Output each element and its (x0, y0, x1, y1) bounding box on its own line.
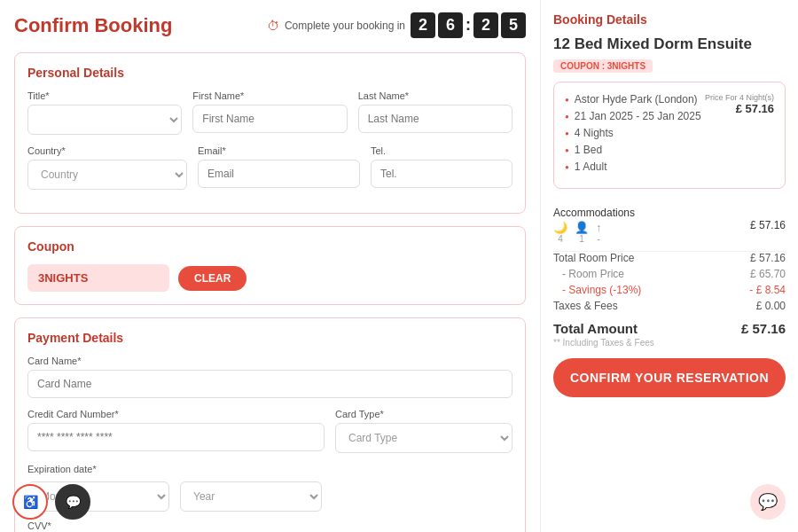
tel-input[interactable] (371, 160, 512, 188)
total-note: ** Including Taxes & Fees (553, 338, 786, 348)
dot-icon: ● (565, 163, 569, 171)
title-select[interactable]: Mr Ms Mrs (27, 105, 182, 135)
coupon-title: Coupon (27, 239, 512, 254)
last-name-label: Last Name* (358, 90, 512, 101)
price-badge: Price For 4 Night(s) £ 57.16 (705, 93, 774, 115)
title-label: Title* (27, 90, 182, 101)
price-val: £ 57.16 (705, 102, 774, 115)
first-name-label: First Name* (192, 90, 347, 101)
page-title: Confirm Booking (14, 14, 172, 37)
bottom-buttons: ♿ 💬 (12, 484, 90, 520)
card-type-group: Card Type* Card Type Visa MasterCard Ame… (335, 409, 512, 453)
payment-section: Payment Details Card Name* Credit Card N… (14, 317, 526, 532)
price-label: Price For 4 Night(s) (705, 93, 774, 102)
card-number-input[interactable] (27, 423, 325, 451)
expiry-label-group: Expiration date* (27, 464, 116, 478)
card-name-label: Card Name* (27, 356, 512, 366)
accessibility-button[interactable]: ♿ (12, 484, 48, 520)
personal-details-section: Personal Details Title* Mr Ms Mrs First … (14, 52, 526, 214)
cvv-section: CVV* (27, 520, 512, 532)
accommodations-row: Accommodations 🌙 4 👤 1 ↑ - £ (553, 200, 786, 252)
payment-title: Payment Details (27, 331, 512, 345)
year-select[interactable]: Year 202520262027 202820292030 (180, 481, 322, 512)
last-name-group: Last Name* (358, 90, 512, 135)
total-amount-label: Total Amount (553, 321, 638, 336)
card-name-input[interactable] (27, 370, 512, 398)
email-label: Email* (198, 145, 360, 156)
personal-details-title: Personal Details (27, 66, 512, 80)
timer-d3: 2 (473, 12, 498, 38)
country-select[interactable]: Country United Kingdom United States (27, 160, 187, 190)
message-icon: 💬 (758, 492, 778, 512)
total-amount-row: Total Amount £ 57.16 (553, 321, 786, 336)
support-chat-button[interactable]: 💬 (750, 484, 786, 520)
clear-coupon-button[interactable]: CLEAR (178, 266, 246, 291)
accomm-icons: 🌙 4 👤 1 ↑ - (553, 221, 635, 244)
savings-row: - Savings (-13%) - £ 8.54 (553, 284, 786, 296)
dot-icon: ● (565, 113, 569, 121)
taxes-row: Taxes & Fees £ 0.00 (553, 300, 786, 312)
timer-digits: 2 6 : 2 5 (411, 12, 526, 38)
confirm-reservation-button[interactable]: CONFIRM YOUR RESERVATION (553, 358, 786, 397)
timer-d2: 6 (438, 12, 463, 38)
country-label: Country* (27, 145, 187, 156)
timer-label: Complete your booking in (285, 20, 405, 32)
detail-adults: ● 1 Adult (565, 160, 774, 173)
expiry-label: Expiration date* (27, 464, 116, 474)
detail-card: Price For 4 Night(s) £ 57.16 ● Astor Hyd… (553, 82, 786, 189)
title-group: Title* Mr Ms Mrs (27, 90, 182, 135)
dot-icon: ● (565, 96, 569, 104)
detail-beds: ● 1 Bed (565, 144, 774, 156)
accessibility-icon: ♿ (23, 495, 38, 509)
cvv-label: CVV* (27, 520, 512, 531)
booking-details-title: Booking Details (553, 12, 786, 27)
accommodations-price: £ 57.16 (750, 219, 786, 231)
coupon-section: Coupon CLEAR (14, 226, 526, 305)
card-number-group: Credit Card Number* (27, 409, 325, 453)
chat-circle-button[interactable]: 💬 (55, 484, 90, 520)
card-name-group: Card Name* (27, 356, 512, 398)
clock-icon: ⏱ (267, 19, 279, 33)
last-name-input[interactable] (358, 105, 512, 133)
year-group: Year 202520262027 202820292030 (180, 481, 322, 512)
total-amount-value: £ 57.16 (741, 321, 786, 336)
timer-sep: : (466, 16, 471, 35)
country-group: Country* Country United Kingdom United S… (27, 145, 187, 190)
room-price-row: - Room Price £ 65.70 (553, 268, 786, 280)
total-room-price-row: Total Room Price £ 57.16 (553, 252, 786, 264)
accommodations-label: Accommodations (553, 207, 635, 219)
first-name-group: First Name* (192, 90, 347, 135)
timer-section: ⏱ Complete your booking in 2 6 : 2 5 (267, 12, 526, 38)
card-number-label: Credit Card Number* (27, 409, 325, 419)
coupon-input[interactable] (27, 264, 169, 292)
coupon-badge: COUPON : 3NIGHTS (553, 59, 653, 73)
summary-rows: Total Room Price £ 57.16 - Room Price £ … (553, 252, 786, 312)
tel-label: Tel. (371, 145, 512, 156)
email-input[interactable] (198, 160, 360, 188)
card-type-select[interactable]: Card Type Visa MasterCard Amex (335, 423, 512, 453)
dot-icon: ● (565, 146, 569, 154)
card-type-label: Card Type* (335, 409, 512, 419)
detail-nights: ● 4 Nights (565, 127, 774, 139)
chat-icon: 💬 (66, 495, 81, 509)
tel-group: Tel. (371, 145, 512, 190)
dot-icon: ● (565, 129, 569, 137)
first-name-input[interactable] (192, 105, 347, 133)
timer-d4: 5 (501, 12, 526, 38)
timer-d1: 2 (411, 12, 435, 38)
property-name: 12 Bed Mixed Dorm Ensuite (553, 35, 786, 53)
email-group: Email* (198, 145, 360, 190)
